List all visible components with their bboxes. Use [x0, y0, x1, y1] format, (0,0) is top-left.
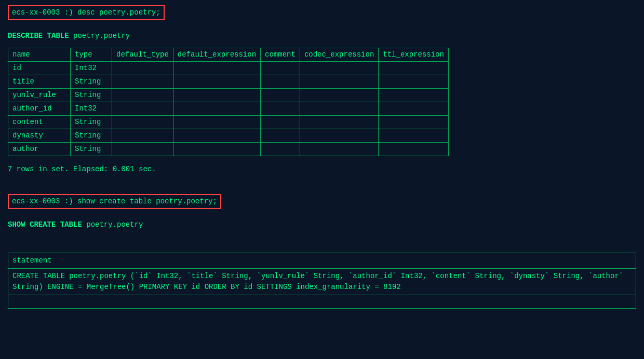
show-create-table-title: SHOW CREATE TABLE poetry.poetry	[8, 219, 636, 230]
desc-command-box: ecs-xx-0003 :) desc poetry.poetry;	[8, 5, 165, 20]
result-table: statement CREATE TABLE poetry.poetry (`i…	[8, 253, 636, 309]
describe-keyword: DESCRIBE TABLE	[8, 32, 69, 40]
col-type: type	[71, 48, 112, 62]
result-bottom-cell	[8, 295, 636, 309]
table-row: titleString	[8, 75, 449, 89]
show-create-table-name: poetry.poetry	[82, 220, 143, 229]
table-row: dynastyString	[8, 129, 449, 143]
col-codec-expression: codec_expression	[300, 48, 378, 62]
desc-table: name type default_type default_expressio…	[8, 48, 449, 156]
table-row: contentString	[8, 116, 449, 129]
elapsed-text: 7 rows in set. Elapsed: 0.001 sec.	[8, 164, 636, 175]
show-create-command-box: ecs-xx-0003 :) show create table poetry.…	[8, 194, 221, 209]
show-create-keyword: SHOW CREATE TABLE	[8, 220, 82, 229]
describe-table-name: poetry.poetry	[69, 32, 130, 40]
result-data-row: CREATE TABLE poetry.poetry (`id` Int32, …	[8, 269, 636, 295]
col-ttl-expression: ttl_expression	[379, 48, 449, 62]
desc-command-text: ecs-xx-0003 :) desc poetry.poetry;	[12, 8, 160, 17]
table-row: authorString	[8, 143, 449, 156]
result-col-statement: statement	[8, 253, 636, 269]
col-comment: comment	[261, 48, 300, 62]
show-create-command-text: ecs-xx-0003 :) show create table poetry.…	[12, 197, 217, 205]
describe-table-title: DESCRIBE TABLE poetry.poetry	[8, 31, 636, 42]
result-bottom-row	[8, 295, 636, 309]
table-row: author_idInt32	[8, 102, 449, 116]
table-row: idInt32	[8, 62, 449, 75]
create-table-result: statement CREATE TABLE poetry.poetry (`i…	[8, 253, 636, 309]
col-default-expression: default_expression	[173, 48, 260, 62]
result-header-row: statement	[8, 253, 636, 269]
desc-table-wrapper: name type default_type default_expressio…	[8, 48, 636, 156]
result-statement-value: CREATE TABLE poetry.poetry (`id` Int32, …	[8, 269, 636, 295]
table-row: yunlv_ruleString	[8, 89, 449, 102]
col-name: name	[8, 48, 71, 62]
desc-table-header-row: name type default_type default_expressio…	[8, 48, 449, 62]
col-default-type: default_type	[112, 48, 173, 62]
